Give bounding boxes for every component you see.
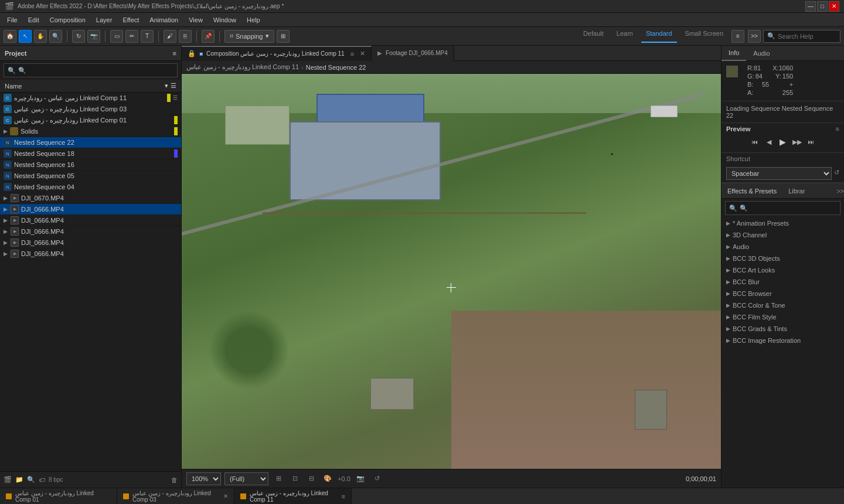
preview-next-btn[interactable]: ▶▶ (791, 136, 803, 148)
project-item-dji0670[interactable]: ▶ ▶ DJI_0670.MP4 (0, 193, 181, 204)
zoom-tool[interactable]: 🔍 (49, 30, 62, 43)
project-item-dji0666e[interactable]: ▶ ▶ DJI_0666.MP4 (0, 248, 181, 260)
project-search-input[interactable] (18, 67, 173, 74)
effects-item-3d-channel[interactable]: ▶ 3D Channel (722, 229, 844, 241)
project-item-comp11[interactable]: C زمین عباس - رودبارچیره Linked Comp 11 … (0, 93, 181, 104)
sort-icon[interactable]: ▾ (165, 82, 168, 90)
preview-prev-btn[interactable]: ◀ (763, 136, 775, 148)
unified-camera[interactable]: 📷 (87, 30, 100, 43)
effects-item-bccart[interactable]: ▶ BCC Art Looks (722, 264, 844, 276)
project-item-dji0666d[interactable]: ▶ ▶ DJI_0666.MP4 (0, 237, 181, 248)
workspace-standard[interactable]: Standard (641, 30, 677, 43)
timeline-tab-comp01[interactable]: رودبارچیره - زمین عباس Linked Comp 01 (0, 488, 117, 505)
snapping-button[interactable]: ⌗ Snapping ▾ (224, 30, 274, 43)
effects-search-input[interactable] (740, 205, 836, 212)
viewer-tab-footage[interactable]: ▶ Footage DJI_0666.MP4 (372, 46, 454, 61)
timeline-tab-comp11[interactable]: رودبارچیره - زمین عباس Linked Comp 11 ≡ (234, 488, 352, 505)
tab-library[interactable]: Librar (782, 183, 811, 199)
zoom-select[interactable]: 100% 50% 200% Fit (186, 472, 221, 485)
pen-tool[interactable]: ✏ (125, 30, 138, 43)
brush-tool[interactable]: 🖌 (164, 30, 176, 43)
tab-menu-icon[interactable]: ≡ (350, 50, 354, 57)
project-menu-icon[interactable]: ≡ (173, 50, 176, 57)
viewer-tab-comp[interactable]: 🔒 ■ Composition رودبارچیره - زمین عباس L… (182, 46, 372, 61)
hand-tool[interactable]: ✋ (34, 30, 47, 43)
effects-item-bcc3d[interactable]: ▶ BCC 3D Objects (722, 253, 844, 264)
channels-button[interactable]: 🎨 (321, 472, 334, 485)
spacebar-select[interactable]: Spacebar RAM Preview (726, 167, 832, 180)
new-item-icon[interactable]: 🎬 (4, 476, 12, 483)
workspace-small-screen[interactable]: Small Screen (680, 30, 728, 43)
reset-button[interactable]: ↺ (370, 472, 383, 485)
project-item-ns05[interactable]: N Nested Sequence 05 (0, 171, 181, 182)
camera-button[interactable]: 📷 (354, 472, 367, 485)
titlebar-controls[interactable]: — □ ✕ (805, 1, 839, 12)
workspace-overflow[interactable]: >> (748, 30, 761, 43)
proportional-grid[interactable]: ⊞ (277, 30, 290, 43)
effects-item-bcccolor[interactable]: ▶ BCC Color & Tone (722, 299, 844, 311)
clone-tool[interactable]: ⎘ (179, 30, 192, 43)
menu-composition[interactable]: Composition (45, 15, 90, 25)
preview-play-btn[interactable]: ▶ (777, 136, 789, 148)
effects-item-animation[interactable]: ▶ * Animation Presets (722, 217, 844, 229)
tab-info[interactable]: Info (722, 46, 746, 61)
project-item-ns16[interactable]: N Nested Sequence 16 (0, 159, 181, 171)
menu-view[interactable]: View (184, 15, 207, 25)
breadcrumb-item-1[interactable]: رودبارچیره - زمین عباس Linked Comp 11 (186, 63, 299, 71)
project-item-dji0666b[interactable]: ▶ ▶ DJI_0666.MP4 (0, 215, 181, 226)
view-toggle[interactable]: ☰ (171, 82, 176, 90)
color-label-icon[interactable]: 🏷 (39, 476, 45, 483)
effects-item-bccbrowser[interactable]: ▶ BCC Browser (722, 288, 844, 299)
preview-last-btn[interactable]: ⏭ (805, 136, 817, 148)
project-item-ns04[interactable]: N Nested Sequence 04 (0, 182, 181, 193)
effects-item-bccgrads[interactable]: ▶ BCC Grads & Tints (722, 323, 844, 335)
tab-close-icon[interactable]: ✕ (360, 50, 365, 57)
new-folder-icon[interactable]: 📁 (15, 476, 23, 483)
effects-item-audio[interactable]: ▶ Audio (722, 241, 844, 253)
delete-icon[interactable]: 🗑 (171, 476, 178, 483)
project-item-ns18[interactable]: N Nested Sequence 18 (0, 148, 181, 159)
project-item-dji0666c[interactable]: ▶ ▶ DJI_0666.MP4 (0, 226, 181, 237)
find-icon[interactable]: 🔍 (27, 476, 35, 483)
menu-file[interactable]: File (2, 15, 22, 25)
tab-menu-comp11[interactable]: ≡ (342, 493, 345, 500)
rotation-tool[interactable]: ↻ (72, 30, 85, 43)
workspace-learn[interactable]: Learn (612, 30, 638, 43)
text-tool[interactable]: T (141, 30, 154, 43)
effects-item-bccfilm[interactable]: ▶ BCC Film Style (722, 311, 844, 323)
menu-layer[interactable]: Layer (91, 15, 117, 25)
home-button[interactable]: 🏠 (4, 30, 16, 43)
search-box[interactable]: 🔍 (763, 30, 840, 43)
tab-effects-presets[interactable]: Effects & Presets (722, 183, 782, 199)
puppet-tool[interactable]: 📌 (202, 30, 215, 43)
fit-frame-button[interactable]: ⊞ (272, 472, 285, 485)
shortcut-reset-icon[interactable]: ↺ (834, 169, 839, 176)
close-button[interactable]: ✕ (829, 1, 839, 12)
preview-menu[interactable]: ≡ (836, 125, 839, 132)
project-item-comp03[interactable]: C رودبارچیره - زمین عباس Linked Comp 03 (0, 104, 181, 115)
project-item-solids[interactable]: ▶ Solids (0, 126, 181, 137)
search-input[interactable] (778, 33, 836, 40)
project-item-ns22[interactable]: N Nested Sequence 22 (0, 137, 181, 148)
quality-select[interactable]: (Full) (Half) (Quarter) (224, 472, 268, 485)
timeline-tab-comp03[interactable]: رودبارچیره - زمین عباس Linked Comp 03 ✕ (117, 488, 234, 505)
tab-audio[interactable]: Audio (746, 46, 777, 61)
minimize-button[interactable]: — (805, 1, 816, 12)
menu-effect[interactable]: Effect (118, 15, 144, 25)
project-search-bar[interactable]: 🔍 (4, 63, 178, 77)
tab-close-comp03[interactable]: ✕ (223, 493, 228, 499)
menu-animation[interactable]: Animation (145, 15, 183, 25)
maximize-button[interactable]: □ (817, 1, 828, 12)
exposure-button[interactable]: +0.0 (338, 472, 350, 485)
effects-item-bccimage[interactable]: ▶ BCC Image Restoration (722, 335, 844, 346)
effects-item-bccblur[interactable]: ▶ BCC Blur (722, 276, 844, 288)
grid-button[interactable]: ⊟ (305, 472, 318, 485)
workspace-menu[interactable]: ≡ (731, 30, 744, 43)
project-item-comp01[interactable]: C رودبارچیره - زمین عباس Linked Comp 01 (0, 115, 181, 126)
menu-edit[interactable]: Edit (23, 15, 44, 25)
effects-overflow[interactable]: >> (836, 188, 844, 195)
workspace-default[interactable]: Default (578, 30, 608, 43)
menu-window[interactable]: Window (209, 15, 241, 25)
menu-help[interactable]: Help (242, 15, 265, 25)
project-item-dji0666a[interactable]: ▶ ▶ DJI_0666.MP4 (0, 204, 181, 215)
